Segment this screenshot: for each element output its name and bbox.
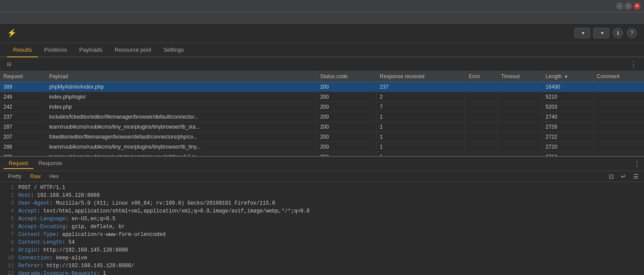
- table-cell: [465, 142, 498, 152]
- col-response-received[interactable]: Response received: [376, 71, 465, 82]
- table-cell: index.php: [45, 102, 316, 112]
- table-cell: 2720: [542, 142, 593, 152]
- col-request[interactable]: Request: [0, 71, 45, 82]
- main-tabs: Results Positions Payloads Resource pool…: [0, 43, 644, 57]
- menu-attack[interactable]: [3, 17, 10, 19]
- indent-icon[interactable]: ↵: [619, 172, 628, 181]
- results-table: Request Payload Status code Response rec…: [0, 71, 644, 156]
- table-row[interactable]: 207fckeditor/editor/filemanager/browser/…: [0, 132, 644, 142]
- table-row[interactable]: 237includes/fckeditor/editor/filemanager…: [0, 112, 644, 122]
- request-line-2: 2 Host: 192.168.145.128:8080: [5, 192, 639, 200]
- table-cell: 2722: [542, 132, 593, 142]
- table-cell: includes/fckeditor/editor/filemanager/br…: [45, 112, 316, 122]
- col-payload[interactable]: Payload: [45, 71, 316, 82]
- filter-bar: ⊟ ⋮: [0, 57, 644, 71]
- table-row[interactable]: 287learn/ruubikcms/ruubikcms/tiny_mce/pl…: [0, 122, 644, 132]
- attack-button[interactable]: ▾: [574, 28, 590, 38]
- request-line-9: 9 Origin: http://192.168.145.128:8080: [5, 247, 639, 255]
- tab-payloads[interactable]: Payloads: [73, 43, 108, 57]
- header-left: ⚡: [7, 28, 21, 38]
- table-row[interactable]: 289learn/ruubikcms/ruubikcms/website/scr…: [0, 152, 644, 156]
- menu-save[interactable]: [12, 17, 19, 19]
- table-cell: 2726: [542, 122, 593, 132]
- table-cell: 2: [376, 92, 465, 102]
- request-line-4: 4 Accept: text/html,application/xhtml+xm…: [5, 208, 639, 216]
- filter-options-button[interactable]: ⋮: [630, 60, 637, 68]
- bottom-tabs-left: Request Response: [3, 159, 67, 169]
- table-cell: [497, 122, 542, 132]
- sub-tab-pretty[interactable]: Pretty: [3, 172, 26, 181]
- table-cell: 1: [376, 122, 465, 132]
- table-cell: [593, 142, 644, 152]
- table-row[interactable]: 389phpMyAdmin/index.php20023716490: [0, 82, 644, 92]
- col-comment[interactable]: Comment: [593, 71, 644, 82]
- table-row[interactable]: 246index.php/login/20025210: [0, 92, 644, 102]
- close-button[interactable]: ✕: [634, 3, 641, 10]
- table-cell: [593, 112, 644, 122]
- tab-resource-pool[interactable]: Resource pool: [109, 43, 158, 57]
- table-cell: 288: [0, 142, 45, 152]
- tab-positions[interactable]: Positions: [38, 43, 73, 57]
- table-cell: [497, 112, 542, 122]
- table-cell: [593, 132, 644, 142]
- request-line-8: 8 Content-Length: 54: [5, 239, 639, 247]
- table-cell: 200: [316, 132, 376, 142]
- bottom-tab-response[interactable]: Response: [34, 159, 67, 169]
- col-timeout[interactable]: Timeout: [497, 71, 542, 82]
- request-line-11: 11 Referer: http://192.168.145.128:8080/: [5, 263, 639, 271]
- request-line-3: 3 User-Agent: Mozilla/5.0 (X11; Linux x8…: [5, 200, 639, 208]
- main-content: ⚡ ▾ ▾ ℹ ? Results Positions Payloads Res…: [0, 23, 644, 275]
- window-controls: – □ ✕: [616, 3, 641, 10]
- table-cell: 242: [0, 102, 45, 112]
- table-row[interactable]: 242index.php20075203: [0, 102, 644, 112]
- table-cell: learn/ruubikcms/ruubikcms/tiny_mce/plugi…: [45, 122, 316, 132]
- request-line-12: 12 Upgrade-Insecure-Requests: 1: [5, 271, 639, 275]
- table-cell: [497, 132, 542, 142]
- bottom-panel-options[interactable]: ⋮: [634, 160, 641, 168]
- col-error[interactable]: Error: [465, 71, 498, 82]
- word-wrap-icon[interactable]: ⊡: [607, 172, 616, 181]
- table-cell: 16490: [542, 82, 593, 92]
- bottom-tabs-right: ⋮: [634, 160, 641, 168]
- bottom-tab-request[interactable]: Request: [3, 159, 34, 169]
- table-cell: index.php/login/: [45, 92, 316, 102]
- table-cell: 200: [316, 82, 376, 92]
- help-icon[interactable]: ℹ: [613, 28, 623, 38]
- table-cell: [465, 152, 498, 156]
- table-row[interactable]: 288learn/ruubikcms/ruubikcms/tiny_mce/pl…: [0, 142, 644, 152]
- col-status-code[interactable]: Status code: [316, 71, 376, 82]
- table-cell: [497, 102, 542, 112]
- tab-results[interactable]: Results: [7, 43, 38, 57]
- save-button[interactable]: ▾: [594, 28, 609, 38]
- table-cell: 2712: [542, 152, 593, 156]
- intruder-icon: ⚡: [7, 28, 17, 38]
- minimize-button[interactable]: –: [616, 3, 623, 10]
- table-cell: 287: [0, 122, 45, 132]
- table-cell: learn/ruubikcms/ruubikcms/tiny_mce/plugi…: [45, 142, 316, 152]
- table-cell: 1: [376, 112, 465, 122]
- table-cell: [593, 82, 644, 92]
- table-cell: [465, 102, 498, 112]
- maximize-button[interactable]: □: [625, 3, 632, 10]
- table-cell: learn/ruubikcms/ruubikcms/website/script…: [45, 152, 316, 156]
- col-length[interactable]: Length ▼: [542, 71, 593, 82]
- results-table-container[interactable]: Request Payload Status code Response rec…: [0, 71, 644, 156]
- table-body: 389phpMyAdmin/index.php20023716490246ind…: [0, 82, 644, 156]
- request-content: 1 POST / HTTP/1.1 2 Host: 192.168.145.12…: [0, 182, 644, 275]
- request-line-6: 6 Accept-Encoding: gzip, deflate, br: [5, 224, 639, 232]
- table-cell: [593, 102, 644, 112]
- more-icon[interactable]: ☰: [631, 172, 641, 181]
- table-cell: 1: [376, 132, 465, 142]
- filter-icon: ⊟: [7, 61, 11, 67]
- page-header: ⚡ ▾ ▾ ℹ ?: [0, 23, 644, 43]
- table-cell: [497, 92, 542, 102]
- sub-tab-hex[interactable]: Hex: [45, 172, 63, 181]
- question-icon[interactable]: ?: [627, 28, 637, 38]
- sub-tab-raw[interactable]: Raw: [26, 172, 45, 181]
- table-cell: phpMyAdmin/index.php: [45, 82, 316, 92]
- table-cell: [465, 92, 498, 102]
- table-cell: [497, 152, 542, 156]
- tab-settings[interactable]: Settings: [157, 43, 190, 57]
- table-cell: 5203: [542, 102, 593, 112]
- table-cell: 1: [376, 142, 465, 152]
